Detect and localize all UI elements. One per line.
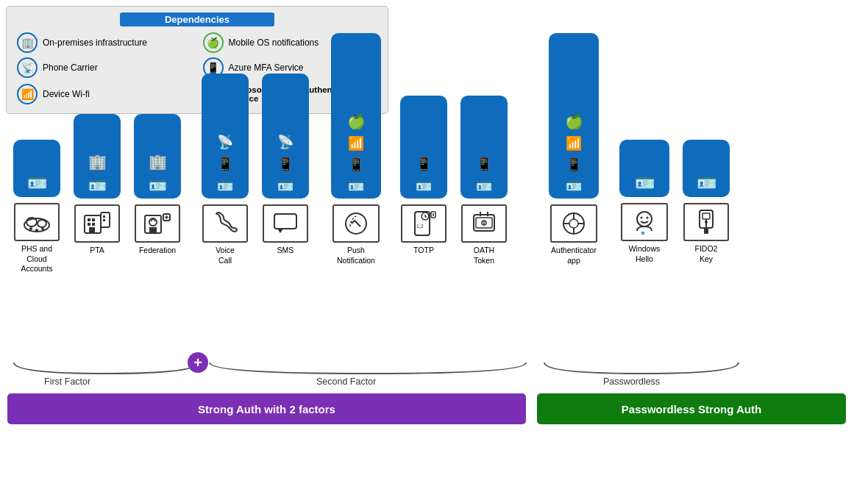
svg-point-51 (705, 221, 708, 224)
svg-marker-22 (277, 229, 283, 233)
col-pta: 🏢 🪪 PTA (71, 114, 124, 256)
bar-icon-vc-antenna: 📡 (217, 134, 233, 150)
bar-icon-oath-phone: 📱 (476, 156, 492, 172)
bar-push: 🍏 📶 📱 🪪 (331, 33, 381, 199)
col-phs: 🪪 PHS andCloudAccounts (10, 140, 63, 274)
svg-point-38 (569, 219, 578, 228)
dep-item-on-premises: 🏢 On-premises infrastructure (17, 32, 192, 53)
label-fido2: FIDO2Key (695, 244, 718, 264)
svg-rect-10 (92, 223, 95, 226)
dep-item-phone-carrier: 📡 Phone Carrier (17, 57, 192, 78)
totp-svg: 1,2 (410, 210, 437, 237)
label-sms: SMS (277, 246, 294, 256)
first-factor-brace (10, 359, 202, 377)
label-oath: OATHToken (474, 246, 494, 265)
label-authenticator: Authenticatorapp (551, 246, 597, 265)
phs-svg-icon (23, 210, 51, 234)
svg-rect-21 (274, 214, 296, 229)
main-diagram: Dependencies 🏢 On-premises infrastructur… (0, 0, 853, 471)
bar-fido2: 🪪 (683, 140, 730, 197)
second-factor-label: Second Factor (316, 376, 376, 387)
bar-icon-sms-antenna: 📡 (277, 134, 294, 150)
bar-icon-auth-id: 🪪 (566, 178, 582, 194)
bar-icon-fido2-id: 🪪 (697, 174, 716, 193)
col-authenticator: 🍏 📶 📱 🪪 Authenticatorapp (544, 33, 603, 265)
second-factor-brace (206, 359, 530, 377)
bar-pta: 🏢 🪪 (74, 114, 121, 199)
svg-rect-49 (704, 228, 708, 234)
bar-icon-push-phone: 📱 (348, 157, 364, 173)
passwordless-strong-label: Passwordless Strong Auth (622, 403, 761, 415)
col-federation: 🏢 🪪 Federation (131, 114, 184, 256)
bar-icon-auth-apple: 🍏 (565, 113, 583, 130)
bar-icon-oath-id: 🪪 (476, 178, 492, 194)
push-svg (343, 210, 369, 237)
label-totp: TOTP (413, 246, 434, 256)
bar-icon-push-wifi: 📶 (348, 135, 364, 151)
dependencies-title: Dependencies (120, 13, 274, 26)
bar-icon-auth-wifi: 📶 (566, 135, 582, 151)
federation-svg-icon (143, 211, 171, 236)
bar-federation: 🏢 🪪 (134, 114, 181, 199)
fido2-svg (695, 209, 717, 235)
bar-icon-pta-id: 🪪 (88, 176, 107, 194)
dep-label-on-premises: On-premises infrastructure (43, 38, 147, 48)
col-fido2: 🪪 FIDO2Key (680, 140, 733, 264)
voice-call-svg (213, 211, 238, 236)
dep-icon-mobile-os: 🍏 (203, 32, 224, 53)
col-push: 🍏 📶 📱 🪪 PushNotification (327, 33, 385, 265)
icon-pta (74, 204, 120, 243)
label-federation: Federation (139, 246, 176, 256)
bar-icon-fed-building: 🏢 (149, 153, 167, 171)
bar-oath: 📱 🪪 (460, 96, 508, 199)
col-sms: 📡 📱 🪪 SMS (259, 74, 312, 256)
bar-icon-pta-building: 🏢 (88, 153, 107, 171)
bar-icon-auth-phone: 📱 (566, 157, 582, 173)
bar-phs: 🪪 (13, 140, 60, 197)
bar-icon-phs-id: 🪪 (27, 174, 47, 193)
sms-svg (273, 213, 298, 235)
bar-windows-hello: 🪪 (619, 140, 669, 197)
icon-voice-call (202, 204, 248, 243)
bar-icon-sms-id: 🪪 (277, 178, 294, 194)
svg-point-43 (637, 212, 652, 226)
icon-windows-hello (621, 203, 668, 241)
oath-svg (471, 210, 497, 237)
passwordless-strong-auth-bar: Passwordless Strong Auth (537, 393, 846, 424)
svg-rect-11 (89, 227, 95, 233)
svg-rect-17 (149, 227, 157, 232)
icon-totp: 1,2 (401, 204, 447, 243)
bar-icon-vc-phone: 📱 (217, 156, 233, 172)
icon-phs (14, 203, 60, 241)
icon-sms (263, 204, 308, 243)
bar-icon-push-apple: 🍏 (347, 113, 366, 130)
bar-icon-wh-id: 🪪 (635, 174, 655, 193)
svg-point-2 (38, 220, 46, 227)
icon-oath (461, 204, 507, 243)
icon-fido2 (683, 203, 729, 241)
svg-rect-14 (103, 219, 105, 221)
svg-rect-8 (92, 218, 95, 221)
bar-icon-totp-id: 🪪 (416, 178, 432, 194)
bar-icon-push-id: 🪪 (348, 178, 364, 194)
label-windows-hello: WindowsHello (629, 244, 661, 264)
bar-sms: 📡 📱 🪪 (262, 74, 309, 199)
strong-auth-bar: Strong Auth with 2 factors (7, 393, 526, 424)
dep-item-wifi: 📶 Device Wi-fi (17, 82, 192, 106)
label-phs: PHS andCloudAccounts (21, 244, 52, 274)
bar-icon-vc-id: 🪪 (217, 178, 233, 194)
bar-authenticator: 🍏 📶 📱 🪪 (549, 33, 599, 199)
svg-point-44 (641, 217, 643, 219)
svg-text:1,2: 1,2 (416, 224, 424, 229)
dep-label-mobile-os: Mobile OS notifications (229, 38, 319, 48)
dep-icon-phone-carrier: 📡 (17, 57, 38, 78)
svg-point-3 (29, 227, 32, 230)
dep-label-azure-mfa: Azure MFA Service (229, 63, 304, 73)
dep-icon-on-premises: 🏢 (17, 32, 38, 53)
svg-rect-9 (88, 223, 90, 226)
bar-totp: 📱 🪪 (400, 96, 447, 199)
bar-voice-call: 📡 📱 🪪 (202, 74, 249, 199)
col-windows-hello: 🪪 WindowsHello (615, 140, 674, 264)
icon-push (332, 204, 380, 243)
svg-point-16 (149, 218, 157, 226)
